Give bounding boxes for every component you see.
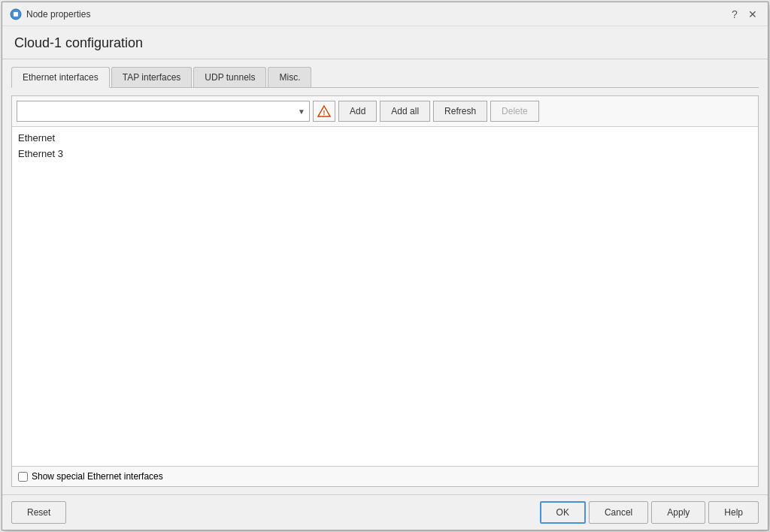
add-button[interactable]: Add xyxy=(338,101,377,122)
node-icon xyxy=(10,8,22,20)
title-bar-left: Node properties xyxy=(10,8,90,20)
help-button[interactable]: Help xyxy=(708,501,759,524)
dialog-node-properties: Node properties ? ✕ Cloud-1 configuratio… xyxy=(2,2,768,530)
footer-left-buttons: Reset xyxy=(11,501,66,524)
dialog-footer: Reset OK Cancel Apply Help xyxy=(2,494,768,530)
dialog-heading: Cloud-1 configuration xyxy=(2,26,768,59)
window-title: Node properties xyxy=(26,9,90,20)
help-icon-button[interactable]: ? xyxy=(727,7,742,22)
cancel-button[interactable]: Cancel xyxy=(589,501,648,524)
title-bar-controls: ? ✕ xyxy=(727,7,760,22)
footer-right-buttons: OK Cancel Apply Help xyxy=(540,501,759,524)
heading-text: Cloud-1 configuration xyxy=(14,35,143,50)
warning-triangle-icon: ! xyxy=(317,105,331,117)
ethernet-toolbar: ▼ ! Add Add all Refresh Delete xyxy=(12,96,758,127)
bottom-checkbox-area: Show special Ethernet interfaces xyxy=(12,466,758,486)
list-item[interactable]: Ethernet xyxy=(12,130,758,146)
tab-content-ethernet: ▼ ! Add Add all Refresh Delete Ethernet xyxy=(11,95,759,487)
apply-button[interactable]: Apply xyxy=(651,501,705,524)
refresh-button[interactable]: Refresh xyxy=(433,101,487,122)
tabs-container: Ethernet interfaces TAP interfaces UDP t… xyxy=(11,67,759,88)
tab-udp-tunnels[interactable]: UDP tunnels xyxy=(193,67,266,87)
svg-text:!: ! xyxy=(323,109,326,116)
show-special-checkbox[interactable] xyxy=(18,472,28,482)
ok-button[interactable]: OK xyxy=(540,501,586,524)
tab-misc[interactable]: Misc. xyxy=(268,67,311,87)
show-special-label: Show special Ethernet interfaces xyxy=(32,471,163,482)
svg-rect-1 xyxy=(14,12,18,17)
interface-dropdown[interactable] xyxy=(17,101,310,122)
show-special-checkbox-label[interactable]: Show special Ethernet interfaces xyxy=(18,471,163,482)
interface-list: Ethernet Ethernet 3 xyxy=(12,127,758,466)
interface-dropdown-wrapper: ▼ xyxy=(17,101,310,122)
tab-ethernet-interfaces[interactable]: Ethernet interfaces xyxy=(11,67,110,88)
dialog-body: Ethernet interfaces TAP interfaces UDP t… xyxy=(2,59,768,494)
tab-tap-interfaces[interactable]: TAP interfaces xyxy=(111,67,192,87)
list-item[interactable]: Ethernet 3 xyxy=(12,146,758,162)
warning-button[interactable]: ! xyxy=(313,101,335,122)
close-button[interactable]: ✕ xyxy=(745,7,760,22)
delete-button[interactable]: Delete xyxy=(490,101,539,122)
reset-button[interactable]: Reset xyxy=(11,501,66,524)
title-bar: Node properties ? ✕ xyxy=(2,2,768,26)
add-all-button[interactable]: Add all xyxy=(380,101,430,122)
